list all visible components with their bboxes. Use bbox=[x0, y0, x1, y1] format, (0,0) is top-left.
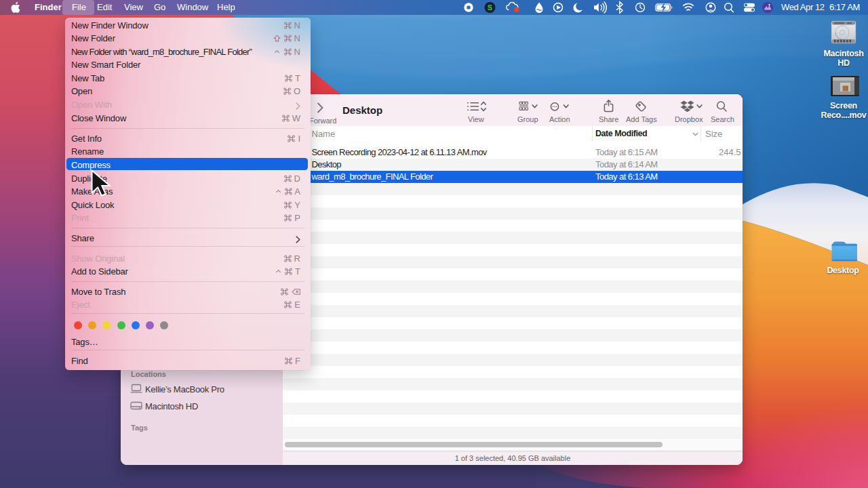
svg-text:S: S bbox=[488, 3, 492, 12]
